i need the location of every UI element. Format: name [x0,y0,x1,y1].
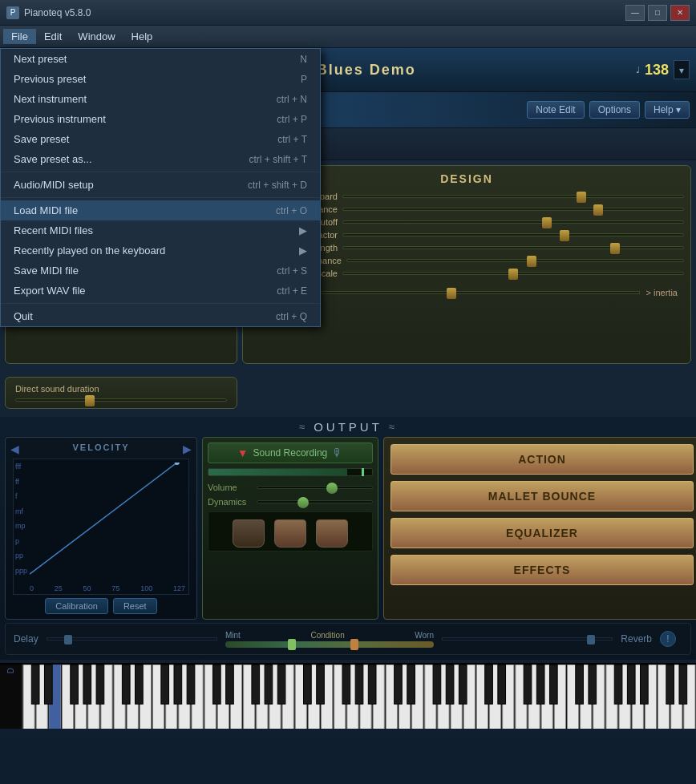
duplex-scale-slider[interactable] [342,272,684,275]
menu-next-instrument[interactable]: Next instrument ctrl + N [1,89,320,109]
effects-button[interactable]: EFFECTS [390,555,694,585]
options-button[interactable]: Options [589,101,640,119]
note-edit-button[interactable]: Note Edit [527,101,584,119]
menu-load-midi[interactable]: Load MIDI file ctrl + O [1,200,320,220]
metronome-icon: ♩ [636,65,640,75]
output-label: OUTPUT [314,420,382,434]
close-button[interactable]: ✕ [670,5,690,21]
delay-slider[interactable] [47,637,217,641]
velocity-line [30,463,185,578]
svg-line-0 [30,463,177,574]
menu-recent-keyboard[interactable]: Recently played on the keyboard ▶ [1,240,320,261]
velocity-panel: ◀ VELOCITY ▶ fff ff f mf mp p pp [5,437,197,620]
output-title: ≈ OUTPUT ≈ [5,417,691,437]
sympathetic-res-slider[interactable] [346,259,684,262]
condition-bar: Delay Mint Condition Worn [5,623,691,655]
rec-dropdown-icon: ▼ [237,447,249,459]
menu-audio-midi[interactable]: Audio/MIDI setup ctrl + shift + D [1,175,320,195]
cal-reset-row: Calibration Reset [10,598,192,614]
recording-panel: ▼ Sound Recording 🎙 Volume [202,437,378,620]
reverb-label: Reverb [621,633,652,645]
piano-keyboard: D [0,663,696,729]
soundboard-slider[interactable] [342,195,684,198]
mint-label: Mint [225,631,241,640]
velocity-chart: fff ff f mf mp p pp ppp [13,459,189,595]
piano-indicator: D [0,665,22,729]
menu-save-midi[interactable]: Save MIDI file ctrl + S [1,261,320,281]
app-title: Pianoteq v5.8.0 [24,7,91,18]
velocity-nav: ◀ VELOCITY ▶ [10,443,192,455]
inertia-label: > inertia [646,288,678,297]
dynamics-row: Dynamics [208,497,373,507]
menu-save-preset[interactable]: Save preset ctrl + T [1,129,320,149]
velocity-labels-bottom: 0 25 50 75 100 127 [30,584,185,592]
menu-quit[interactable]: Quit ctrl + Q [1,306,320,326]
info-icon[interactable]: ! [660,631,676,647]
output-section: ≈ OUTPUT ≈ ◀ VELOCITY ▶ fff ff [0,417,696,660]
menu-file[interactable]: File [3,29,36,44]
sound-recording-button[interactable]: ▼ Sound Recording 🎙 [208,443,373,463]
progress-fill [208,469,347,475]
reverb-slider[interactable] [442,637,613,641]
velocity-right-arrow[interactable]: ▶ [183,443,192,455]
tempo-value: 138 [645,62,669,79]
right-pedal[interactable] [316,519,348,548]
minimize-button[interactable]: — [625,5,645,21]
menu-next-preset[interactable]: Next preset N [1,49,320,69]
action-panel: ACTION MALLET BOUNCE EQUALIZER EFFECTS [383,437,696,620]
mic-icon: 🎙 [332,447,343,459]
pedals-area [208,511,373,552]
menu-help[interactable]: Help [123,29,161,44]
mallet-bounce-button[interactable]: MALLET BOUNCE [390,481,694,511]
titlebar: P Pianoteq v5.8.0 — □ ✕ [0,0,696,26]
divider-1 [1,172,320,172]
progress-bar [208,468,373,476]
divider-3 [1,303,320,304]
blooming-slider[interactable] [297,291,639,294]
volume-label: Volume [208,483,252,492]
app-icon: P [6,6,19,19]
help-button[interactable]: Help ▾ [645,101,690,119]
progress-indicator [362,468,364,476]
dynamics-slider[interactable] [257,500,373,503]
equalizer-button[interactable]: EQUALIZER [390,518,694,548]
center-pedal[interactable] [274,519,306,548]
keys-container: (function() { const canvas = document.ge… [22,665,696,729]
condition-slider-track[interactable] [225,641,434,648]
menu-export-wav[interactable]: Export WAV file ctrl + E [1,281,320,301]
velocity-left-arrow[interactable]: ◀ [10,443,19,455]
bottom-three: ◀ VELOCITY ▶ fff ff f mf mp p pp [5,437,696,620]
menu-prev-instrument[interactable]: Previous instrument ctrl + P [1,109,320,129]
action-button[interactable]: ACTION [390,444,694,475]
string-length-slider[interactable] [342,246,684,249]
song-title: Blues Demo [317,62,416,79]
menu-save-preset-as[interactable]: Save preset as... ctrl + shift + T [1,149,320,169]
menu-edit[interactable]: Edit [36,29,70,44]
file-dropdown-menu: Next preset N Previous preset P Next ins… [0,48,321,327]
calibration-button[interactable]: Calibration [45,598,108,614]
volume-slider[interactable] [257,486,373,489]
velocity-title: VELOCITY [72,443,129,452]
direct-sound-box: Direct sound duration [5,377,237,409]
menu-recent-midi[interactable]: Recent MIDI files ▶ [1,220,320,240]
q-factor-slider[interactable] [342,233,684,236]
menu-window[interactable]: Window [70,29,123,44]
sound-recording-label: Sound Recording [253,447,328,459]
maximize-button[interactable]: □ [648,5,667,21]
worn-label: Worn [415,631,434,640]
dynamics-label: Dynamics [208,497,252,507]
menubar: File Edit Window Help Next preset N Prev… [0,26,696,48]
reset-button[interactable]: Reset [113,598,157,614]
impedance-slider[interactable] [342,208,684,211]
condition-section: Mint Condition Worn [225,631,434,648]
cutoff-slider[interactable] [342,220,684,224]
volume-row: Volume [208,483,373,492]
direct-sound-slider[interactable] [15,398,227,402]
tempo-dropdown[interactable]: ▾ [674,60,690,79]
left-pedal[interactable] [233,519,265,548]
menu-prev-preset[interactable]: Previous preset P [1,69,320,89]
condition-title: Condition [310,631,344,640]
piano-indicator-label: D [6,668,15,673]
direct-sound-label: Direct sound duration [15,384,227,394]
divider-2 [1,197,320,198]
